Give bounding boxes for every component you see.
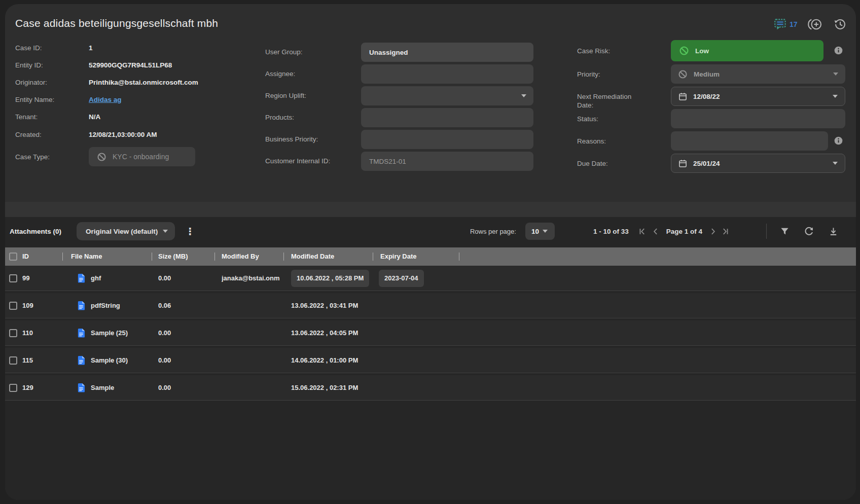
file-name[interactable]: Sample (25) <box>91 329 128 337</box>
region-uplift-field[interactable] <box>361 86 533 105</box>
table-row[interactable]: 129Sample0.0015.06.2022 , 02:31 PM <box>5 375 856 401</box>
row-size: 0.06 <box>152 302 214 309</box>
file-name[interactable]: ghf <box>91 274 101 282</box>
chevron-down-icon <box>521 94 526 97</box>
field-entity-name: Entity Name:Adidas ag <box>15 95 122 104</box>
column-header-modified-by[interactable]: Modified By <box>214 247 283 266</box>
customer-internal-id-field[interactable]: TMDS21-01 <box>361 152 533 171</box>
table-row[interactable]: 109pdfString0.0613.06.2022 , 03:41 PM <box>5 293 856 318</box>
case-type-value: KYC - onboarding <box>113 153 169 161</box>
due-date-datepicker[interactable]: 25/01/24 <box>671 154 845 173</box>
field-label: Entity Name: <box>15 95 89 104</box>
row-checkbox[interactable] <box>9 356 17 365</box>
field-label: Customer Internal ID: <box>265 152 351 171</box>
case-risk-badge[interactable]: Low <box>671 40 823 61</box>
row-id: 110 <box>22 329 62 337</box>
info-icon[interactable] <box>834 46 843 55</box>
row-checkbox[interactable] <box>9 384 17 392</box>
select-all-checkbox[interactable] <box>9 253 17 261</box>
file-name[interactable]: Sample (30) <box>91 356 128 364</box>
comments-icon[interactable] <box>774 18 787 30</box>
field-value: Printhika@bstai.onmicrosoft.com <box>89 79 198 86</box>
previous-page-icon[interactable] <box>650 226 661 237</box>
field-label: Region Uplift: <box>265 86 351 105</box>
filter-icon[interactable] <box>778 225 791 238</box>
entity-name-link[interactable]: Adidas ag <box>89 96 122 103</box>
info-icon[interactable] <box>834 136 843 145</box>
row-checkbox[interactable] <box>9 274 17 282</box>
table-row[interactable]: 115Sample (30)0.0014.06.2022 , 01:00 PM <box>5 348 856 373</box>
column-header-file-name[interactable]: File Name <box>62 247 152 266</box>
row-checkbox-cell <box>5 293 22 318</box>
row-size: 0.00 <box>152 356 214 364</box>
products-field[interactable] <box>361 108 533 127</box>
header-end-cell <box>459 247 856 266</box>
assignee-field[interactable] <box>361 64 533 84</box>
user-group-field[interactable]: Unassigned <box>361 43 533 62</box>
row-checkbox[interactable] <box>9 302 17 310</box>
row-checkbox-cell <box>5 320 22 346</box>
row-size: 0.00 <box>152 274 214 282</box>
row-expiry-date-cell <box>373 348 459 373</box>
view-selector-button[interactable]: Original View (default) <box>77 222 175 240</box>
comments-count: 17 <box>790 20 798 28</box>
row-id: 129 <box>22 384 62 391</box>
row-expiry-date-cell: 2023-07-04 <box>373 266 459 291</box>
field-value: 25/01/24 <box>693 160 720 167</box>
expiry-date-value[interactable]: 2023-07-04 <box>379 270 424 287</box>
modified-date-value: 15.06.2022 , 02:31 PM <box>291 384 358 391</box>
history-icon[interactable] <box>834 18 847 30</box>
field-entity-id: Entity ID:529900GQG7R94L51LP68 <box>15 61 172 69</box>
download-icon[interactable] <box>827 225 840 238</box>
toolbar-divider <box>766 224 767 239</box>
table-row[interactable]: 99ghf0.00janaka@bstai.onm10.06.2022 , 05… <box>5 266 856 291</box>
last-page-icon[interactable] <box>720 226 731 237</box>
kebab-menu-icon[interactable]: ⋮ <box>185 227 195 236</box>
prohibit-icon <box>679 46 689 56</box>
table-row[interactable]: 110Sample (25)0.0013.06.2022 , 04:05 PM <box>5 320 856 346</box>
row-checkbox-cell <box>5 266 22 291</box>
column-header-modified-date[interactable]: Modified Date <box>283 247 373 266</box>
first-page-icon[interactable] <box>637 226 648 237</box>
case-management-app: Case adidas beteiligungsgesellschaft mbh… <box>0 0 860 504</box>
field-value: Unassigned <box>369 49 408 56</box>
chevron-down-icon <box>543 230 548 233</box>
calendar-icon <box>678 159 687 168</box>
file-icon <box>78 301 85 310</box>
row-file-cell: ghf <box>62 273 152 283</box>
field-value: 12/08/22 <box>693 93 720 100</box>
next-page-icon[interactable] <box>707 226 719 237</box>
modified-date-value[interactable]: 10.06.2022 , 05:28 PM <box>291 270 369 287</box>
row-checkbox[interactable] <box>9 329 17 337</box>
file-name[interactable]: pdfString <box>91 302 120 309</box>
field-label: Products: <box>265 108 351 127</box>
pagination-page-text: Page 1 of 4 <box>666 228 702 235</box>
row-file-cell: Sample (25) <box>62 328 152 338</box>
field-label: Case Type: <box>15 153 89 161</box>
column-header-id[interactable]: ID <box>22 247 62 266</box>
column-header-size[interactable]: Size (MB) <box>152 247 214 266</box>
next-remediation-date-datepicker[interactable]: 12/08/22 <box>671 87 845 106</box>
modified-date-value: 13.06.2022 , 04:05 PM <box>291 329 358 337</box>
row-modified-date-cell: 10.06.2022 , 05:28 PM <box>283 266 373 291</box>
file-icon <box>78 273 85 283</box>
rows-per-page-select[interactable]: 10 <box>525 223 555 240</box>
field-priority: Priority:Medium <box>577 64 640 79</box>
file-name[interactable]: Sample <box>91 384 114 391</box>
modified-date-value: 14.06.2022 , 01:00 PM <box>291 356 358 364</box>
field-value: N/A <box>89 113 100 121</box>
business-priority-field[interactable] <box>361 130 533 149</box>
field-label: Reasons: <box>577 137 640 146</box>
status-field[interactable] <box>671 109 845 128</box>
file-icon <box>78 328 85 338</box>
refresh-icon[interactable] <box>802 225 815 238</box>
reasons-field[interactable] <box>671 131 828 151</box>
column-header-expiry-date[interactable]: Expiry Date <box>373 247 459 266</box>
field-created: Created:12/08/21,03:00:00 AM <box>15 130 157 139</box>
row-expiry-date-cell <box>373 375 459 401</box>
page-title: Case adidas beteiligungsgesellschaft mbh <box>15 17 218 29</box>
field-products: Products: <box>265 108 351 127</box>
add-circle-icon[interactable] <box>807 18 822 31</box>
field-reasons: Reasons: <box>577 131 640 146</box>
modified-date-value: 13.06.2022 , 03:41 PM <box>291 302 358 309</box>
